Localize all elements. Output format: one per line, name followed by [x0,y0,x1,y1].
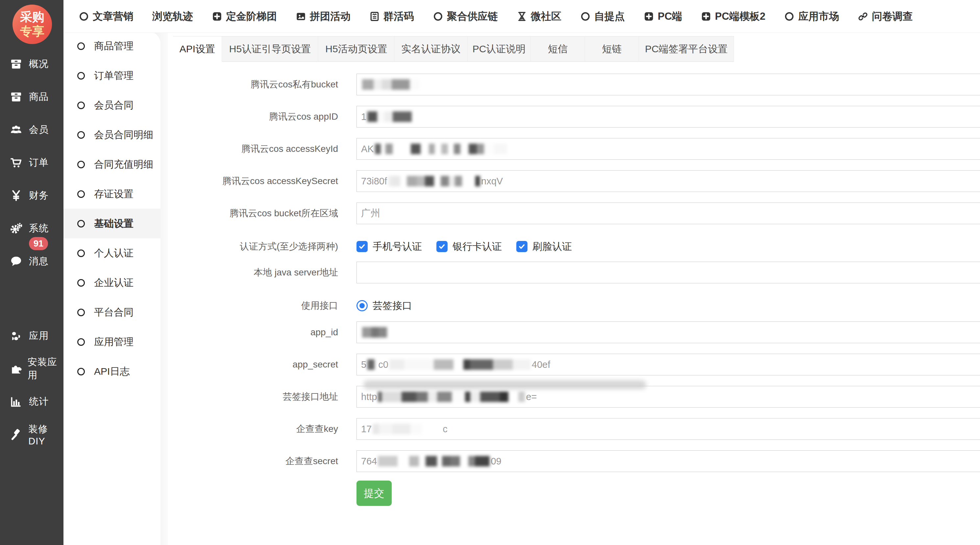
redaction-block [437,456,442,466]
submenu-item-11[interactable]: 应用管理 [64,327,161,357]
checkbox-checked-icon[interactable] [516,241,528,252]
plus-square-icon [212,11,223,22]
nav-item-4[interactable]: 拼团活动 [296,10,350,23]
nav-item-12[interactable]: 问卷调查 [858,10,913,23]
tab-5[interactable]: PC认证说明 [468,37,531,62]
auth-methods-option-2[interactable]: 银行卡认证 [436,240,502,253]
auth-methods-option-1[interactable]: 手机号认证 [356,240,422,253]
submenu-item-2[interactable]: 订单管理 [64,61,161,91]
top-navigation: 文章营销浏览轨迹定金阶梯团拼团活动群活码聚合供应链微社区自提点PC端PC端模板2… [64,0,980,33]
input-value-fragment: e= [526,391,537,402]
app-secret-input[interactable]: 5c040ef [356,354,980,375]
sidebar-item-label: 商品 [29,91,49,103]
circle-icon [580,11,591,22]
tab-8[interactable]: PC端签署平台设置 [639,37,734,62]
tab-7[interactable]: 短链 [585,37,639,62]
tencent-cos-private-bucket-input[interactable] [356,74,980,95]
input-value-fragment: AK [361,144,374,154]
qichacha-secret-input[interactable]: 76409 [356,450,980,472]
plus-square-icon [644,11,655,22]
nav-item-2[interactable]: 浏览轨迹 [152,10,193,23]
checkbox-checked-icon[interactable] [356,241,368,252]
nav-item-1[interactable]: 文章营销 [79,10,134,23]
submenu-item-12[interactable]: API日志 [64,357,161,386]
nav-item-8[interactable]: 自提点 [580,10,625,23]
nav-item-5[interactable]: 群活码 [369,10,414,23]
nav-item-10[interactable]: PC端模板2 [701,10,765,23]
nav-item-11[interactable]: 应用市场 [784,10,839,23]
nav-item-label: 应用市场 [798,10,839,23]
redaction-block [448,144,454,154]
sidebar-item-1[interactable]: 概况 [0,48,64,81]
input-value-fragment: 764 [361,456,377,467]
submenu-item-9[interactable]: 企业认证 [64,268,161,297]
tab-1[interactable]: API设置 [173,37,222,62]
circle-ring-icon [77,368,85,375]
app-id-input[interactable] [356,321,980,343]
submenu-item-8[interactable]: 个人认证 [64,238,161,268]
qichacha-key-input[interactable]: 17c [356,418,980,440]
local-java-server-input[interactable] [356,262,980,283]
nav-item-7[interactable]: 微社区 [517,10,562,23]
redaction-block [375,144,381,154]
chat-icon [10,255,24,268]
tab-3[interactable]: H5活动页设置 [318,37,395,62]
submenu-item-label: 商品管理 [94,40,134,53]
submit-button[interactable]: 提交 [356,481,392,506]
redaction-block [371,327,379,338]
tencent-cos-accesskeyid-input[interactable]: AK [356,138,980,160]
redaction-block [500,391,508,402]
tencent-cos-appid-input[interactable]: 1 [356,106,980,127]
redaction-block [389,359,404,370]
redaction-block [378,391,382,402]
archive-icon [10,58,24,70]
submenu-item-label: 平台合同 [94,306,134,319]
nav-item-9[interactable]: PC端 [644,10,682,23]
nav-item-3[interactable]: 定金阶梯团 [212,10,277,23]
sidebar-item-5[interactable]: 财务 [0,179,64,212]
input-value-fragment: 17 [361,424,372,435]
sidebar-item-7[interactable]: 消息91 [0,245,64,278]
tencent-cos-accesskeysecret-input[interactable]: 73i80fnxqV [356,170,980,192]
checkbox-checked-icon[interactable] [436,241,447,252]
redaction-block [518,391,525,402]
circle-ring-icon [77,102,85,109]
redaction-block [435,144,441,154]
tab-2[interactable]: H5认证引导页设置 [222,37,318,62]
sidebar-item-3[interactable]: 会员 [0,113,64,146]
submenu-item-5[interactable]: 合同充值明细 [64,149,161,179]
submenu-item-10[interactable]: 平台合同 [64,297,161,327]
submenu-item-1[interactable]: 商品管理 [64,31,161,61]
use-interface-group: 芸签接口 [356,299,426,313]
nav-item-6[interactable]: 聚合供应链 [433,10,498,23]
circle-ring-icon [77,279,85,287]
submenu-item-7[interactable]: 基础设置 [64,209,161,238]
radio-selected-icon[interactable] [356,300,368,311]
tencent-cos-bucket-region-input[interactable]: 广州 [356,202,980,224]
sidebar-item-10[interactable]: 统计 [0,385,64,418]
use-interface-option-1[interactable]: 芸签接口 [356,299,412,313]
tab-4[interactable]: 实名认证协议 [395,37,468,62]
nav-item-label: 文章营销 [93,10,134,23]
submenu-item-6[interactable]: 存证设置 [64,179,161,209]
circle-icon [433,11,444,22]
redaction-block [404,359,434,370]
tab-6[interactable]: 短信 [531,37,585,62]
redaction-block [378,456,398,466]
sidebar-item-8[interactable]: 应用 [0,319,64,353]
auth-methods-option-3[interactable]: 刷脸认证 [516,240,572,253]
sidebar-item-9[interactable]: 安装应用 [0,353,64,385]
sidebar-item-11[interactable]: 装修DIY [0,418,64,451]
submenu-item-label: 个人认证 [94,246,134,260]
nav-item-label: PC端模板2 [715,10,765,23]
submenu-item-3[interactable]: 会员合同 [64,91,161,120]
sidebar-item-4[interactable]: 订单 [0,146,64,179]
submenu-item-4[interactable]: 会员合同明细 [64,120,161,149]
sidebar-item-label: 概况 [29,57,49,71]
redaction-block [469,144,477,154]
sidebar-item-2[interactable]: 商品 [0,81,64,113]
input-value-fragment: c [443,424,447,435]
redaction-block [385,144,393,154]
app-logo[interactable]: 采购 专享 [13,5,52,44]
redaction-block [382,79,392,90]
